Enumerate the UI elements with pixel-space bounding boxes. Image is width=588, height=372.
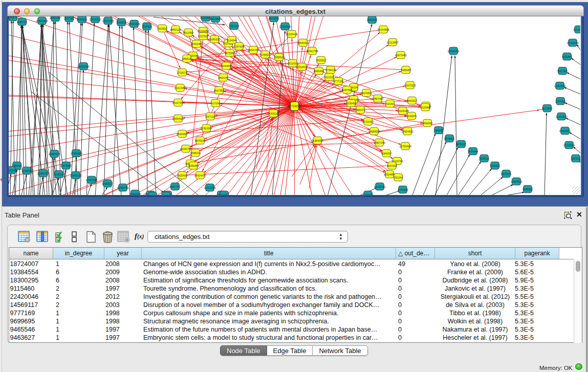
svg-text:9115460: 9115460 [420, 105, 430, 108]
svg-text:16210643: 16210643 [555, 115, 567, 118]
svg-text:19055712: 19055712 [9, 16, 19, 19]
svg-text:10653287: 10653287 [49, 16, 61, 19]
svg-text:9327506: 9327506 [198, 34, 208, 37]
svg-text:16543382: 16543382 [190, 42, 202, 45]
svg-text:6466160: 6466160 [77, 17, 87, 20]
svg-text:8813054: 8813054 [269, 16, 279, 19]
svg-text:17957225: 17957225 [85, 178, 97, 181]
svg-text:17359929: 17359929 [70, 151, 82, 155]
svg-text:8186328: 8186328 [209, 37, 220, 40]
svg-text:10961758: 10961758 [306, 49, 318, 52]
svg-text:19384554: 19384554 [311, 139, 323, 142]
svg-text:2687682: 2687682 [367, 18, 377, 21]
svg-text:12975115: 12975115 [404, 83, 416, 86]
svg-text:164095: 164095 [434, 128, 443, 132]
svg-text:989618: 989618 [182, 57, 191, 60]
svg-text:3915941: 3915941 [9, 168, 16, 171]
svg-text:18640910: 18640910 [297, 41, 309, 44]
svg-text:7886372: 7886372 [355, 108, 365, 111]
svg-text:9084067: 9084067 [381, 151, 391, 155]
svg-text:16671355: 16671355 [102, 19, 114, 22]
svg-text:417004: 417004 [211, 101, 220, 104]
svg-text:12353594: 12353594 [200, 126, 212, 129]
svg-text:13226058: 13226058 [197, 29, 209, 32]
svg-text:9474444: 9474444 [468, 149, 478, 152]
svg-text:1549575: 1549575 [406, 114, 417, 117]
svg-text:3624554: 3624554 [361, 91, 372, 94]
svg-text:1733426: 1733426 [363, 193, 373, 195]
svg-text:12093872: 12093872 [554, 84, 565, 87]
svg-text:6123001: 6123001 [161, 194, 171, 195]
svg-text:1522037: 1522037 [288, 61, 298, 64]
svg-text:7625402: 7625402 [177, 173, 187, 177]
svg-text:18807249: 18807249 [373, 141, 385, 144]
svg-text:12213967: 12213967 [386, 40, 398, 43]
svg-text:9146821: 9146821 [260, 53, 270, 56]
svg-text:15720407: 15720407 [362, 120, 374, 123]
svg-text:1145194: 1145194 [54, 172, 64, 176]
svg-text:8471676: 8471676 [501, 172, 511, 175]
svg-text:1167531: 1167531 [571, 157, 580, 160]
svg-text:10688609: 10688609 [368, 129, 380, 133]
svg-text:11325419: 11325419 [286, 32, 298, 35]
svg-text:9242848: 9242848 [221, 64, 231, 67]
svg-text:2154546: 2154546 [227, 38, 237, 41]
svg-text:7485063: 7485063 [401, 68, 411, 71]
svg-text:10654112: 10654112 [511, 180, 522, 183]
svg-text:10025438: 10025438 [397, 109, 408, 112]
svg-text:10046788: 10046788 [180, 147, 191, 150]
svg-text:12942757: 12942757 [37, 171, 49, 174]
svg-text:1244415: 1244415 [555, 99, 565, 102]
svg-text:8454749: 8454749 [248, 48, 258, 51]
svg-text:19166827: 19166827 [176, 132, 188, 135]
svg-text:7955812: 7955812 [316, 58, 326, 61]
svg-text:16914479: 16914479 [194, 173, 206, 177]
svg-text:10719155: 10719155 [89, 17, 101, 20]
svg-text:16033809: 16033809 [209, 17, 221, 20]
svg-text:19975867: 19975867 [60, 164, 72, 167]
svg-text:11123456: 11123456 [573, 28, 580, 31]
svg-text:12905135: 12905135 [70, 173, 81, 177]
svg-text:1733426: 1733426 [398, 188, 408, 191]
svg-text:16033809: 16033809 [128, 22, 140, 25]
svg-text:9329966: 9329966 [562, 55, 572, 58]
svg-text:18724007: 18724007 [287, 104, 302, 107]
svg-text:9457791: 9457791 [170, 185, 180, 188]
svg-text:7632621: 7632621 [490, 164, 500, 167]
svg-text:10807487: 10807487 [372, 97, 383, 100]
svg-text:1615152: 1615152 [387, 164, 397, 167]
svg-text:5938923: 5938923 [444, 137, 454, 140]
svg-text:1621022: 1621022 [324, 75, 334, 78]
svg-text:16782759: 16782759 [117, 186, 128, 189]
svg-text:6879197: 6879197 [456, 142, 466, 145]
svg-text:7663822: 7663822 [157, 27, 167, 30]
svg-text:7515526: 7515526 [116, 20, 126, 24]
svg-text:16154808: 16154808 [377, 28, 389, 31]
svg-text:7515526: 7515526 [142, 25, 152, 28]
svg-text:2803144: 2803144 [218, 76, 228, 79]
svg-text:15716485: 15716485 [204, 186, 215, 189]
svg-text:9227342: 9227342 [557, 69, 568, 72]
svg-text:15751074: 15751074 [567, 41, 578, 44]
svg-text:7357224: 7357224 [229, 24, 239, 27]
svg-text:20691406: 20691406 [36, 19, 48, 22]
svg-text:8912954: 8912954 [183, 31, 193, 34]
svg-text:12213389: 12213389 [174, 86, 186, 89]
svg-text:2935114: 2935114 [479, 157, 489, 160]
svg-text:5120000: 5120000 [147, 194, 158, 195]
svg-text:17016504: 17016504 [563, 143, 575, 146]
svg-text:15692971: 15692971 [559, 129, 571, 132]
svg-text:20206576: 20206576 [48, 152, 60, 155]
svg-text:18300215: 18300215 [267, 112, 279, 115]
svg-text:20053346: 20053346 [77, 64, 89, 68]
svg-text:10958117: 10958117 [102, 182, 114, 185]
svg-text:1527602: 1527602 [64, 16, 74, 19]
svg-text:10756928: 10756928 [399, 144, 411, 147]
svg-text:14136141: 14136141 [374, 185, 385, 188]
svg-text:5498222: 5498222 [190, 151, 201, 154]
svg-text:12923446: 12923446 [129, 192, 141, 195]
svg-text:1588520: 1588520 [274, 55, 284, 58]
svg-text:19654925: 19654925 [172, 117, 184, 120]
svg-text:252254: 252254 [394, 176, 402, 179]
svg-text:8990448: 8990448 [314, 69, 324, 72]
